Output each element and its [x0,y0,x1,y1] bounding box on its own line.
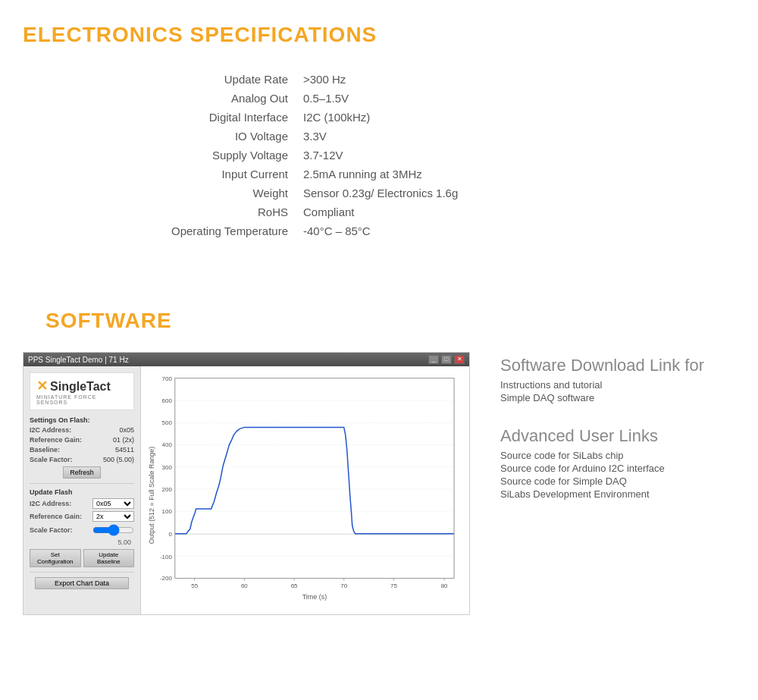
spec-value: >300 Hz [303,70,644,89]
spec-row: Supply Voltage3.7-12V [114,146,644,165]
svg-text:70: 70 [340,582,347,589]
reference-gain-select[interactable]: 2x [92,511,134,522]
minimize-btn[interactable]: _ [428,355,439,364]
spec-value: I2C (100kHz) [303,108,644,127]
svg-text:55: 55 [191,582,198,589]
left-panel: ✕ SingleTact MINIATURE FORCE SENSORS Set… [23,366,141,614]
software-title: SOFTWARE [23,286,735,341]
reference-gain-field: Reference Gain: 01 (2x) [30,436,134,444]
svg-rect-0 [175,378,454,579]
software-links: Software Download Link for Instructions … [493,352,735,507]
spec-label: Weight [114,184,303,202]
update-flash-label: Update Flash [30,488,134,496]
reference-gain-label: Reference Gain: [30,436,82,444]
spec-label: Supply Voltage [114,146,303,165]
spec-row: IO Voltage3.3V [114,127,644,146]
svg-text:Time (s): Time (s) [302,593,327,601]
download-link-1[interactable]: Instructions and tutorial [500,379,735,391]
window-titlebar: PPS SingleTact Demo | 71 Hz _ □ ✕ [23,353,469,366]
spec-value: Sensor 0.23g/ Electronics 1.6g [303,184,644,202]
reference-gain-select-label: Reference Gain: [30,513,82,520]
y-axis-label: Output (512 = Full Scale Range) [148,447,155,544]
download-link-2[interactable]: Simple DAQ software [500,392,735,403]
spec-label: Analog Out [114,89,303,108]
brand-name: SingleTact [50,380,111,393]
scale-factor-slider[interactable] [92,524,134,536]
app-body: ✕ SingleTact MINIATURE FORCE SENSORS Set… [23,366,469,614]
spec-label: Input Current [114,165,303,184]
svg-text:500: 500 [162,419,173,426]
spec-row: Input Current2.5mA running at 3MHz [114,165,644,184]
advanced-title: Advanced User Links [500,426,735,446]
svg-text:100: 100 [162,508,173,515]
i2c-address-value: 0x05 [119,426,134,434]
baseline-field: Baseline: 54511 [30,446,134,454]
advanced-link-1[interactable]: Source code for SiLabs chip [500,450,735,461]
i2c-address-label: I2C Address: [30,426,71,434]
spec-label: Operating Temperature [114,221,303,240]
spec-row: RoHSCompliant [114,202,644,221]
scale-factor-slider-field: Scale Factor: [30,524,134,536]
spec-value: Compliant [303,202,644,221]
spec-row: WeightSensor 0.23g/ Electronics 1.6g [114,184,644,202]
export-chart-button[interactable]: Export Chart Data [35,577,129,589]
specs-table: Update Rate>300 HzAnalog Out0.5–1.5VDigi… [114,70,644,240]
scale-factor-value: 500 (5.00) [103,456,134,463]
divider2 [30,572,134,573]
baseline-label: Baseline: [30,446,60,454]
settings-on-flash-label: Settings On Flash: [30,416,134,424]
spec-label: Digital Interface [114,108,303,127]
advanced-link-2[interactable]: Source code for Arduino I2C interface [500,463,735,474]
baseline-value: 54511 [115,446,134,454]
advanced-section: Advanced User Links Source code for SiLa… [500,426,735,500]
spec-value: 2.5mA running at 3MHz [303,165,644,184]
spec-row: Analog Out0.5–1.5V [114,89,644,108]
spec-row: Update Rate>300 Hz [114,70,644,89]
spec-label: IO Voltage [114,127,303,146]
spec-label: RoHS [114,202,303,221]
chart-area: Output (512 = Full Scale Range) [141,366,469,614]
svg-text:600: 600 [162,397,173,404]
refresh-button[interactable]: Refresh [63,466,101,479]
i2c-address-field: I2C Address: 0x05 [30,426,134,434]
i2c-address-select[interactable]: 0x05 [92,498,134,509]
advanced-link-4[interactable]: SiLabs Development Environment [500,488,735,500]
spec-value: -40°C – 85°C [303,221,644,240]
svg-text:200: 200 [162,486,173,493]
spec-row: Digital InterfaceI2C (100kHz) [114,108,644,127]
maximize-btn[interactable]: □ [441,355,452,364]
reference-gain-value: 01 (2x) [113,436,134,444]
electronics-section: ELECTRONICS SPECIFICATIONS Update Rate>3… [0,0,758,240]
set-configuration-button[interactable]: Set Configuration [30,549,81,567]
reference-gain-select-field: Reference Gain: 2x [30,511,134,522]
scale-factor-label: Scale Factor: [30,456,73,463]
spec-label: Update Rate [114,70,303,89]
software-content: PPS SingleTact Demo | 71 Hz _ □ ✕ ✕ Sing… [23,352,735,615]
svg-text:75: 75 [390,582,397,589]
app-screenshot: PPS SingleTact Demo | 71 Hz _ □ ✕ ✕ Sing… [23,352,470,615]
svg-text:65: 65 [291,582,298,589]
svg-text:700: 700 [162,375,173,382]
svg-text:-200: -200 [160,575,172,582]
window-title: PPS SingleTact Demo | 71 Hz [28,356,129,364]
brand-header: ✕ SingleTact MINIATURE FORCE SENSORS [30,372,134,410]
brand-x-icon: ✕ [36,378,48,394]
i2c-address-select-label: I2C Address: [30,500,71,507]
i2c-address-select-field: I2C Address: 0x05 [30,498,134,509]
svg-text:-100: -100 [160,554,172,560]
scale-factor-display: 5.00 [30,538,134,546]
close-btn[interactable]: ✕ [454,355,465,364]
window-controls: _ □ ✕ [428,355,465,364]
update-baseline-button[interactable]: Update Baseline [83,549,135,567]
scale-factor-slider-label: Scale Factor: [30,526,73,534]
download-section: Software Download Link for Instructions … [500,356,735,403]
svg-text:60: 60 [241,582,248,589]
advanced-link-3[interactable]: Source code for Simple DAQ [500,476,735,487]
spec-value: 3.7-12V [303,146,644,165]
electronics-title: ELECTRONICS SPECIFICATIONS [0,0,758,55]
download-title: Software Download Link for [500,356,735,375]
software-section: SOFTWARE PPS SingleTact Demo | 71 Hz _ □… [0,286,758,615]
spec-row: Operating Temperature-40°C – 85°C [114,221,644,240]
svg-text:400: 400 [162,441,173,448]
svg-text:300: 300 [162,464,173,471]
